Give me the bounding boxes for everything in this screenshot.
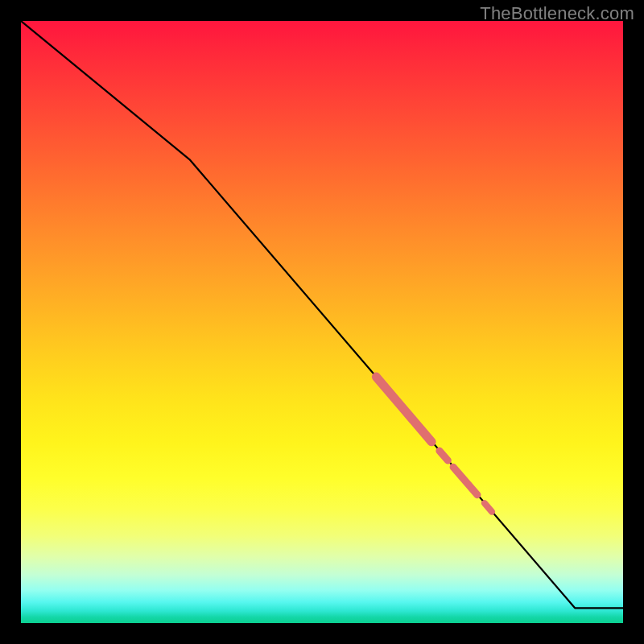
highlight-segment-3 — [485, 503, 492, 511]
highlight-segment-2 — [453, 467, 477, 494]
chart-frame: TheBottleneck.com — [0, 0, 644, 644]
watermark-text: TheBottleneck.com — [480, 3, 634, 24]
highlight-segment-0 — [376, 377, 431, 442]
plot-area — [21, 21, 623, 623]
chart-curve — [21, 21, 623, 608]
highlight-segment-1 — [440, 451, 448, 460]
line-layer — [21, 21, 623, 623]
